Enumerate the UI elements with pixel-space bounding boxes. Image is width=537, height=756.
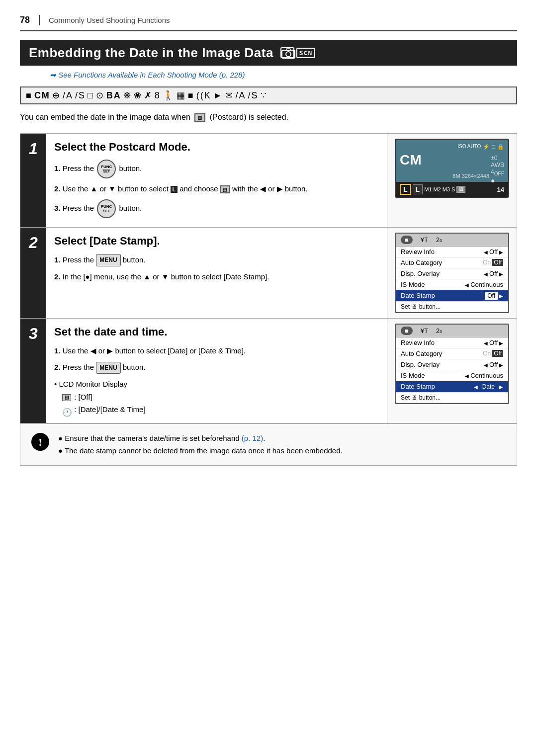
icon-off-postcard: 🖼 — [62, 394, 71, 401]
mode-icon-play: ► — [213, 90, 223, 101]
mode-icon-fa2: /A — [236, 90, 246, 101]
note-line-2: ● The date stamp cannot be deleted from … — [58, 444, 343, 457]
step-1-row: 1 Select the Postcard Mode. 1. Press the… — [20, 134, 517, 228]
svg-text:!: ! — [38, 436, 42, 448]
steps-wrapper: 1 Select the Postcard Mode. 1. Press the… — [20, 133, 517, 423]
lcd-tab-camera: ■ — [401, 236, 413, 244]
lcd-tab-2o: 2₀ — [436, 236, 442, 244]
lcd-tab-2o-3: 2₀ — [436, 327, 442, 335]
step-3-inst-2: 2. Press the MENU button. — [54, 361, 379, 374]
menu-row-review: Review Info Off — [396, 247, 508, 257]
step-3-inst-1: 1. Use the ◀ or ▶ button to select [Date… — [54, 344, 379, 357]
lcd-menu-screen-3: ■ ¥T 2₀ Review Info Off Auto Category On… — [395, 324, 509, 404]
mode-icon-camera: ■ — [26, 90, 32, 101]
mode-icon-8: 8 — [155, 90, 161, 101]
camera-icon — [280, 47, 294, 58]
mode-icon-dots: ∵ — [261, 90, 267, 101]
warning-icon: ! — [30, 432, 50, 456]
step-3-number: 3 — [20, 319, 46, 423]
lcd-top-icons: ISO AUTO ⚡ □ 🔒 — [400, 144, 504, 150]
lcd-resolution: 8M 3264×2448 — [400, 173, 489, 179]
icon-date-clock: 🕐 — [62, 406, 71, 415]
mode-icon-person: 🚶 — [163, 90, 175, 101]
mode-icon-sq2: ■ — [188, 90, 194, 101]
mode-icon-sound: ((K — [196, 90, 211, 101]
intro-text: You can embed the date in the image data… — [20, 111, 517, 123]
menu-row-ismode: IS Mode Continuous — [396, 279, 508, 290]
menu-row-autocategory-3: Auto Category On Off — [396, 348, 508, 359]
note-box: ! ● Ensure that the camera's date/time i… — [20, 423, 517, 466]
step-1-title: Select the Postcard Mode. — [54, 141, 379, 154]
step-3-title: Set the date and time. — [54, 326, 379, 338]
note-content: ● Ensure that the camera's date/time is … — [58, 432, 343, 457]
step-1-instructions: 1. Press the FUNC SET button. 2. Use the… — [54, 160, 379, 218]
mode-icon-x: ✗ — [144, 90, 153, 101]
page-number: 78 — [20, 15, 40, 25]
lcd-menu-header-2: ■ ¥T 2₀ — [396, 234, 508, 247]
page-header: 78 Commonly Used Shooting Functions — [20, 15, 517, 31]
mode-icons-bar: ■ CM ⊕ /A /S □ ⊙ BA ❋ ❀ ✗ 8 🚶 ▦ ■ ((K ► … — [20, 86, 517, 104]
lcd-postcard-icon: 🖼 — [456, 186, 465, 193]
menu-row-autocategory: Auto Category On Off — [396, 257, 508, 268]
step-3-content: Set the date and time. 1. Use the ◀ or ▶… — [46, 319, 387, 423]
mode-icon-circle: ⊙ — [96, 90, 104, 101]
step-2-image: ■ ¥T 2₀ Review Info Off Auto Category On… — [387, 228, 517, 318]
step-1-image: ISO AUTO ⚡ □ 🔒 CM ±0 AWB 4OFF ● — [387, 134, 517, 227]
postcard-symbol: 🖼 — [194, 113, 205, 122]
lcd-menu-header-3: ■ ¥T 2₀ — [396, 325, 508, 337]
mode-icon-fs2: /S — [248, 90, 259, 101]
page: 78 Commonly Used Shooting Functions Embe… — [0, 0, 537, 756]
func-set-button-2[interactable]: FUNC SET — [97, 199, 116, 218]
lcd-tab-yt: ¥T — [421, 236, 428, 244]
step-3-instructions: 1. Use the ◀ or ▶ button to select [Date… — [54, 344, 379, 416]
lcd-tab-yt-3: ¥T — [421, 327, 428, 335]
see-functions: ➡ See Functions Available in Each Shooti… — [50, 71, 517, 80]
page-subtitle: Commonly Used Shooting Functions — [49, 16, 170, 24]
mode-icon-flower1: ❋ — [123, 90, 132, 101]
step-1-content: Select the Postcard Mode. 1. Press the F… — [46, 134, 387, 227]
lcd-right-col: ±0 AWB 4OFF ● — [491, 155, 504, 184]
menu-button-2[interactable]: MENU — [96, 362, 120, 374]
mode-icon-grid: ▦ — [177, 90, 186, 101]
step-2-number: 2 — [20, 228, 46, 318]
menu-row-review-3: Review Info Off — [396, 337, 508, 348]
mode-icon-fs: /S — [75, 90, 86, 101]
lcd-tab-camera-3: ■ — [401, 327, 413, 335]
step-2-content: Select [Date Stamp]. 1. Press the MENU b… — [46, 228, 387, 318]
step-1-inst-1: 1. Press the FUNC SET button. — [54, 160, 379, 178]
title-icons: SCN — [280, 48, 315, 59]
step-2-title: Select [Date Stamp]. — [54, 235, 379, 248]
mode-icon-ba: BA — [106, 90, 121, 101]
step-2-inst-1: 1. Press the MENU button. — [54, 253, 379, 266]
mode-icon-fa: /A — [63, 90, 73, 101]
menu-row-disp: Disp. Overlay Off — [396, 268, 508, 279]
lcd-mode-cm: CM — [400, 152, 422, 168]
l-selector: L — [171, 186, 178, 193]
step-1-number: 1 — [20, 134, 46, 227]
menu-row-datestamp-3: Date Stamp Date — [396, 381, 508, 393]
note-line-1: ● Ensure that the camera's date/time is … — [58, 432, 343, 445]
mode-icon-sq: □ — [88, 90, 94, 101]
section-title-text: Embedding the Date in the Image Data — [29, 45, 273, 61]
step-2-instructions: 1. Press the MENU button. 2. In the [●] … — [54, 253, 379, 283]
lcd-l-selected: L — [400, 184, 411, 195]
menu-row-datestamp-2: Date Stamp Off — [396, 290, 508, 302]
mode-icon-cm: CM — [34, 90, 50, 101]
menu-button-1[interactable]: MENU — [96, 254, 120, 266]
step-3-row: 3 Set the date and time. 1. Use the ◀ or… — [20, 319, 517, 423]
step-1-inst-3: 3. Press the FUNC SET button. — [54, 199, 379, 218]
svg-point-1 — [286, 52, 291, 57]
menu-row-disp-3: Disp. Overlay Off — [396, 359, 508, 370]
mode-icon-flower2: ❀ — [134, 90, 142, 101]
step-2-row: 2 Select [Date Stamp]. 1. Press the MENU… — [20, 228, 517, 319]
section-title-bar: Embedding the Date in the Image Data SCN — [20, 40, 517, 66]
menu-row-ismode-3: IS Mode Continuous — [396, 370, 508, 381]
scn-icon: SCN — [296, 48, 315, 58]
step-3-bullets: • LCD Monitor Display 🖼 : [Off] 🕐 : [Dat… — [54, 378, 379, 416]
postcard-icon-inline: 🖼 — [220, 185, 230, 193]
menu-row-setbutton-3: Set 🖥 button... — [396, 393, 508, 403]
mode-icon-mail: ✉ — [225, 90, 234, 101]
lcd-screen-1: ISO AUTO ⚡ □ 🔒 CM ±0 AWB 4OFF ● — [395, 139, 509, 198]
func-set-button-1[interactable]: FUNC SET — [97, 160, 116, 178]
mode-icon-phi: ⊕ — [52, 90, 61, 101]
